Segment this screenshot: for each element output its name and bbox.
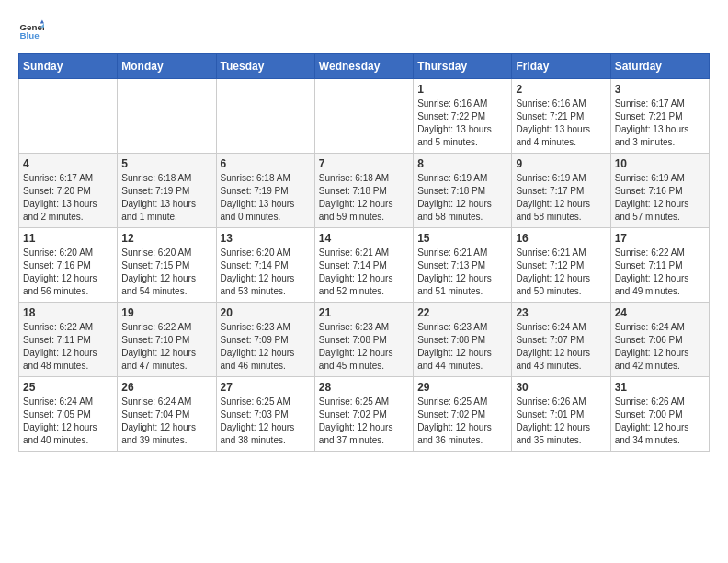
calendar-cell: 31Sunrise: 6:26 AM Sunset: 7:00 PM Dayli… bbox=[610, 377, 709, 452]
day-number: 2 bbox=[516, 83, 606, 96]
day-info: Sunrise: 6:23 AM Sunset: 7:09 PM Dayligh… bbox=[221, 321, 311, 373]
day-number: 23 bbox=[516, 306, 606, 319]
day-info: Sunrise: 6:17 AM Sunset: 7:20 PM Dayligh… bbox=[23, 172, 113, 224]
day-info: Sunrise: 6:25 AM Sunset: 7:02 PM Dayligh… bbox=[319, 396, 409, 447]
day-number: 24 bbox=[615, 306, 705, 319]
calendar-cell: 10Sunrise: 6:19 AM Sunset: 7:16 PM Dayli… bbox=[610, 154, 709, 228]
calendar-cell: 1Sunrise: 6:16 AM Sunset: 7:22 PM Daylig… bbox=[414, 79, 512, 154]
day-info: Sunrise: 6:17 AM Sunset: 7:21 PM Dayligh… bbox=[615, 98, 705, 149]
calendar-cell: 17Sunrise: 6:22 AM Sunset: 7:11 PM Dayli… bbox=[610, 228, 709, 303]
calendar-cell: 13Sunrise: 6:20 AM Sunset: 7:14 PM Dayli… bbox=[216, 228, 314, 303]
calendar-cell: 14Sunrise: 6:21 AM Sunset: 7:14 PM Dayli… bbox=[314, 228, 413, 303]
day-number: 11 bbox=[23, 232, 113, 245]
day-info: Sunrise: 6:23 AM Sunset: 7:08 PM Dayligh… bbox=[417, 321, 507, 373]
day-info: Sunrise: 6:20 AM Sunset: 7:16 PM Dayligh… bbox=[23, 247, 113, 298]
day-info: Sunrise: 6:21 AM Sunset: 7:12 PM Dayligh… bbox=[516, 247, 606, 298]
week-row-2: 4Sunrise: 6:17 AM Sunset: 7:20 PM Daylig… bbox=[19, 154, 710, 228]
calendar-cell: 27Sunrise: 6:25 AM Sunset: 7:03 PM Dayli… bbox=[216, 377, 314, 452]
day-info: Sunrise: 6:22 AM Sunset: 7:11 PM Dayligh… bbox=[615, 247, 705, 298]
day-number: 8 bbox=[417, 157, 507, 170]
header-day-wednesday: Wednesday bbox=[314, 54, 413, 79]
calendar-cell: 25Sunrise: 6:24 AM Sunset: 7:05 PM Dayli… bbox=[19, 377, 118, 452]
day-number: 30 bbox=[516, 381, 606, 394]
day-number: 21 bbox=[319, 306, 409, 319]
day-number: 3 bbox=[615, 83, 705, 96]
day-info: Sunrise: 6:19 AM Sunset: 7:17 PM Dayligh… bbox=[516, 172, 606, 224]
calendar-cell bbox=[19, 79, 118, 154]
calendar-cell: 15Sunrise: 6:21 AM Sunset: 7:13 PM Dayli… bbox=[414, 228, 512, 303]
day-number: 1 bbox=[417, 83, 507, 96]
calendar-cell: 23Sunrise: 6:24 AM Sunset: 7:07 PM Dayli… bbox=[512, 303, 610, 377]
day-info: Sunrise: 6:21 AM Sunset: 7:13 PM Dayligh… bbox=[417, 247, 507, 298]
day-number: 7 bbox=[319, 157, 409, 170]
day-info: Sunrise: 6:16 AM Sunset: 7:21 PM Dayligh… bbox=[516, 98, 606, 149]
calendar-cell: 22Sunrise: 6:23 AM Sunset: 7:08 PM Dayli… bbox=[414, 303, 512, 377]
day-info: Sunrise: 6:24 AM Sunset: 7:07 PM Dayligh… bbox=[516, 321, 606, 373]
calendar-cell bbox=[314, 79, 413, 154]
day-number: 16 bbox=[516, 232, 606, 245]
day-number: 13 bbox=[221, 232, 311, 245]
week-row-4: 18Sunrise: 6:22 AM Sunset: 7:11 PM Dayli… bbox=[19, 303, 710, 377]
week-row-1: 1Sunrise: 6:16 AM Sunset: 7:22 PM Daylig… bbox=[19, 79, 710, 154]
day-number: 15 bbox=[417, 232, 507, 245]
day-number: 10 bbox=[615, 157, 705, 170]
svg-text:Blue: Blue bbox=[19, 30, 40, 40]
day-number: 29 bbox=[417, 381, 507, 394]
logo-icon: General Blue bbox=[18, 18, 44, 44]
day-info: Sunrise: 6:18 AM Sunset: 7:19 PM Dayligh… bbox=[221, 172, 311, 224]
day-info: Sunrise: 6:26 AM Sunset: 7:00 PM Dayligh… bbox=[615, 396, 705, 447]
day-number: 25 bbox=[23, 381, 113, 394]
calendar-cell bbox=[216, 79, 314, 154]
header-day-tuesday: Tuesday bbox=[216, 54, 314, 79]
day-number: 4 bbox=[23, 157, 113, 170]
day-number: 17 bbox=[615, 232, 705, 245]
header-day-saturday: Saturday bbox=[610, 54, 709, 79]
calendar-cell: 24Sunrise: 6:24 AM Sunset: 7:06 PM Dayli… bbox=[610, 303, 709, 377]
calendar-cell bbox=[118, 79, 216, 154]
day-number: 9 bbox=[516, 157, 606, 170]
day-number: 27 bbox=[221, 381, 311, 394]
day-info: Sunrise: 6:16 AM Sunset: 7:22 PM Dayligh… bbox=[417, 98, 507, 149]
day-info: Sunrise: 6:18 AM Sunset: 7:18 PM Dayligh… bbox=[319, 172, 409, 224]
logo: General Blue bbox=[18, 18, 44, 44]
week-row-5: 25Sunrise: 6:24 AM Sunset: 7:05 PM Dayli… bbox=[19, 377, 710, 452]
day-number: 12 bbox=[121, 232, 211, 245]
day-number: 5 bbox=[121, 157, 211, 170]
week-row-3: 11Sunrise: 6:20 AM Sunset: 7:16 PM Dayli… bbox=[19, 228, 710, 303]
calendar-cell: 9Sunrise: 6:19 AM Sunset: 7:17 PM Daylig… bbox=[512, 154, 610, 228]
day-info: Sunrise: 6:19 AM Sunset: 7:18 PM Dayligh… bbox=[417, 172, 507, 224]
calendar-cell: 3Sunrise: 6:17 AM Sunset: 7:21 PM Daylig… bbox=[610, 79, 709, 154]
calendar-cell: 11Sunrise: 6:20 AM Sunset: 7:16 PM Dayli… bbox=[19, 228, 118, 303]
calendar-cell: 20Sunrise: 6:23 AM Sunset: 7:09 PM Dayli… bbox=[216, 303, 314, 377]
calendar-cell: 29Sunrise: 6:25 AM Sunset: 7:02 PM Dayli… bbox=[414, 377, 512, 452]
calendar-cell: 18Sunrise: 6:22 AM Sunset: 7:11 PM Dayli… bbox=[19, 303, 118, 377]
day-info: Sunrise: 6:24 AM Sunset: 7:05 PM Dayligh… bbox=[23, 396, 113, 447]
day-number: 31 bbox=[615, 381, 705, 394]
calendar-cell: 30Sunrise: 6:26 AM Sunset: 7:01 PM Dayli… bbox=[512, 377, 610, 452]
day-info: Sunrise: 6:20 AM Sunset: 7:14 PM Dayligh… bbox=[221, 247, 311, 298]
day-number: 6 bbox=[221, 157, 311, 170]
calendar-cell: 8Sunrise: 6:19 AM Sunset: 7:18 PM Daylig… bbox=[414, 154, 512, 228]
day-number: 28 bbox=[319, 381, 409, 394]
calendar-cell: 16Sunrise: 6:21 AM Sunset: 7:12 PM Dayli… bbox=[512, 228, 610, 303]
day-number: 14 bbox=[319, 232, 409, 245]
day-number: 19 bbox=[121, 306, 211, 319]
page-header: General Blue bbox=[18, 18, 710, 44]
header-row: SundayMondayTuesdayWednesdayThursdayFrid… bbox=[19, 54, 710, 79]
day-info: Sunrise: 6:25 AM Sunset: 7:02 PM Dayligh… bbox=[417, 396, 507, 447]
header-day-monday: Monday bbox=[118, 54, 216, 79]
day-number: 26 bbox=[121, 381, 211, 394]
day-info: Sunrise: 6:21 AM Sunset: 7:14 PM Dayligh… bbox=[319, 247, 409, 298]
header-day-thursday: Thursday bbox=[414, 54, 512, 79]
calendar-cell: 5Sunrise: 6:18 AM Sunset: 7:19 PM Daylig… bbox=[118, 154, 216, 228]
calendar-cell: 19Sunrise: 6:22 AM Sunset: 7:10 PM Dayli… bbox=[118, 303, 216, 377]
day-number: 18 bbox=[23, 306, 113, 319]
day-info: Sunrise: 6:19 AM Sunset: 7:16 PM Dayligh… bbox=[615, 172, 705, 224]
calendar-cell: 7Sunrise: 6:18 AM Sunset: 7:18 PM Daylig… bbox=[314, 154, 413, 228]
header-day-sunday: Sunday bbox=[19, 54, 118, 79]
day-info: Sunrise: 6:20 AM Sunset: 7:15 PM Dayligh… bbox=[121, 247, 211, 298]
day-info: Sunrise: 6:24 AM Sunset: 7:06 PM Dayligh… bbox=[615, 321, 705, 373]
calendar-cell: 21Sunrise: 6:23 AM Sunset: 7:08 PM Dayli… bbox=[314, 303, 413, 377]
header-day-friday: Friday bbox=[512, 54, 610, 79]
day-info: Sunrise: 6:22 AM Sunset: 7:11 PM Dayligh… bbox=[23, 321, 113, 373]
